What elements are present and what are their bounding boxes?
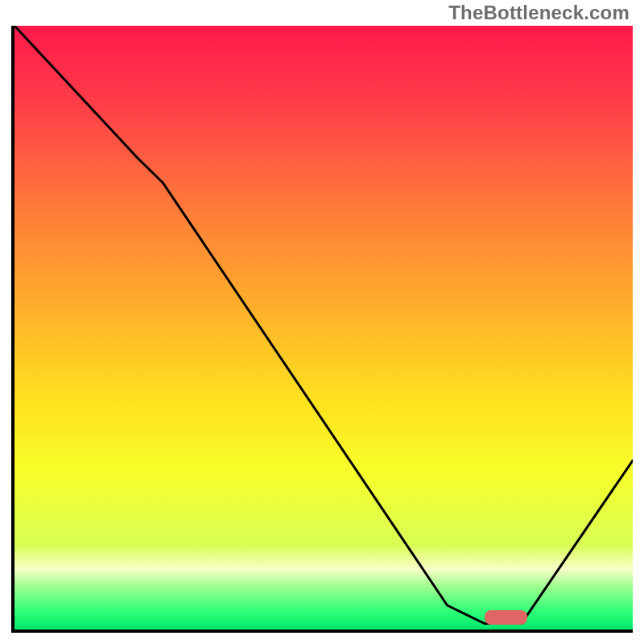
plot-area	[11, 26, 633, 633]
watermark-text: TheBottleneck.com	[448, 2, 630, 24]
chart-root: TheBottleneck.com	[0, 0, 644, 644]
optimal-marker	[485, 610, 528, 625]
bottleneck-curve	[14, 26, 633, 630]
